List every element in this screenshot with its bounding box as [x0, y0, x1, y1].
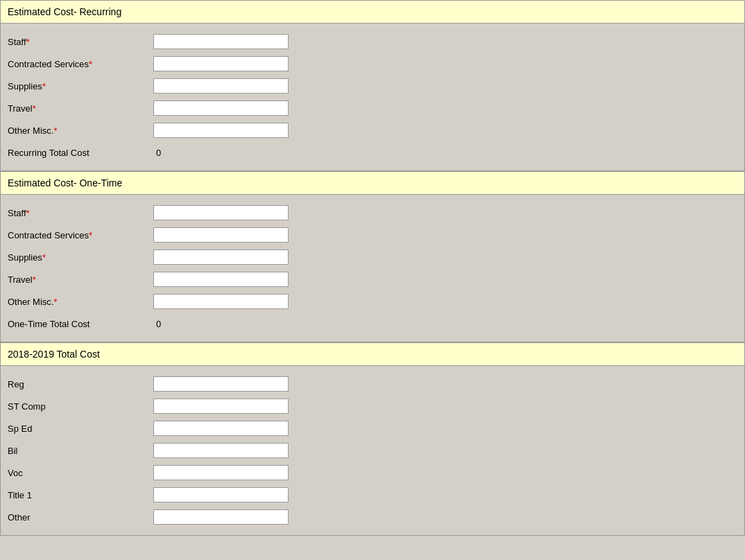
field-input[interactable] [153, 123, 289, 138]
form-row: Travel* [1, 268, 744, 290]
required-star: * [42, 81, 46, 91]
form-row: Other Misc.* [1, 290, 744, 313]
required-star: * [89, 230, 92, 240]
field-label: Travel* [8, 103, 153, 114]
required-star: * [53, 125, 57, 136]
field-label: Staff* [8, 208, 153, 218]
field-input[interactable] [153, 56, 289, 71]
field-input[interactable] [153, 399, 289, 414]
field-input[interactable] [153, 487, 289, 502]
total-value: 0 [153, 316, 289, 331]
field-label: Contracted Services* [8, 59, 153, 69]
form-row: Contracted Services* [1, 53, 744, 75]
form-row: Reg [1, 373, 744, 395]
form-row: Title 1 [1, 484, 744, 506]
section-totalcost: 2018-2019 Total CostRegST CompSp EdBilVo… [0, 342, 745, 536]
field-label: Other Misc.* [8, 297, 153, 307]
form-section-totalcost: RegST CompSp EdBilVocTitle 1Other [0, 366, 745, 536]
field-input[interactable] [153, 294, 289, 309]
field-input[interactable] [153, 421, 289, 436]
form-row: Other [1, 506, 744, 528]
form-row: Staff* [1, 202, 744, 224]
form-row: Other Misc.* [1, 119, 744, 141]
required-star: * [53, 297, 57, 307]
field-label: Staff* [8, 37, 153, 47]
field-input[interactable] [153, 509, 289, 525]
section-recurring: Estimated Cost- RecurringStaff*Contracte… [0, 0, 745, 171]
required-star: * [33, 103, 36, 114]
field-label: Travel* [8, 274, 153, 285]
form-row: Supplies* [1, 75, 744, 97]
section-header-onetime: Estimated Cost- One-Time [0, 171, 745, 195]
section-onetime: Estimated Cost- One-TimeStaff*Contracted… [0, 171, 745, 342]
field-label: Other Misc.* [8, 125, 153, 136]
field-input[interactable] [153, 272, 289, 287]
form-row: ST Comp [1, 395, 744, 417]
required-star: * [26, 208, 30, 218]
form-row: Recurring Total Cost0 [1, 141, 744, 164]
field-label: Contracted Services* [8, 230, 153, 240]
form-section-recurring: Staff*Contracted Services*Supplies*Trave… [0, 24, 745, 171]
field-input[interactable] [153, 250, 289, 265]
field-label: Voc [8, 468, 153, 478]
form-row: Travel* [1, 97, 744, 119]
field-input[interactable] [153, 443, 289, 458]
form-row: One-Time Total Cost0 [1, 313, 744, 335]
form-row: Contracted Services* [1, 224, 744, 246]
page-container: Estimated Cost- RecurringStaff*Contracte… [0, 0, 745, 536]
field-label: Supplies* [8, 252, 153, 263]
form-section-onetime: Staff*Contracted Services*Supplies*Trave… [0, 195, 745, 342]
field-input[interactable] [153, 100, 289, 116]
field-label: Recurring Total Cost [8, 148, 153, 158]
required-star: * [42, 252, 46, 263]
section-header-totalcost: 2018-2019 Total Cost [0, 342, 745, 366]
field-input[interactable] [153, 78, 289, 94]
field-label: Title 1 [8, 490, 153, 500]
field-input[interactable] [153, 376, 289, 392]
form-row: Voc [1, 462, 744, 484]
section-header-recurring: Estimated Cost- Recurring [0, 0, 745, 24]
field-label: Bil [8, 446, 153, 456]
field-label: ST Comp [8, 401, 153, 412]
form-row: Bil [1, 439, 744, 462]
form-row: Supplies* [1, 246, 744, 268]
field-input[interactable] [153, 465, 289, 480]
field-input[interactable] [153, 227, 289, 243]
field-label: Supplies* [8, 81, 153, 91]
field-label: One-Time Total Cost [8, 319, 153, 329]
field-input[interactable] [153, 34, 289, 49]
field-label: Reg [8, 379, 153, 390]
required-star: * [89, 59, 92, 69]
form-row: Staff* [1, 30, 744, 53]
field-label: Sp Ed [8, 423, 153, 434]
field-input[interactable] [153, 205, 289, 220]
field-label: Other [8, 512, 153, 523]
total-value: 0 [153, 145, 289, 160]
form-row: Sp Ed [1, 417, 744, 439]
required-star: * [26, 37, 30, 47]
required-star: * [33, 274, 36, 285]
